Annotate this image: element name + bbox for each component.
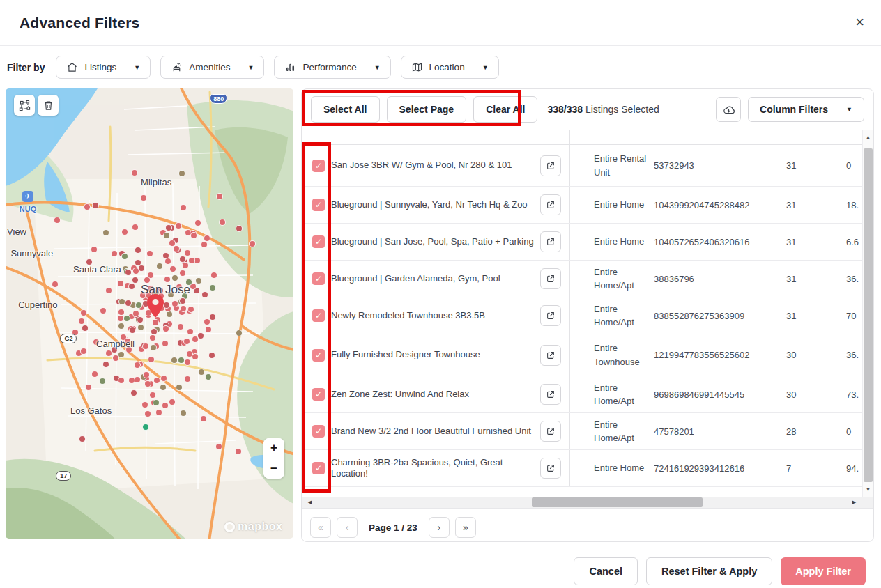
next-page-button[interactable]: ›	[429, 517, 450, 538]
listing-map-marker[interactable]	[84, 203, 91, 210]
apply-filter-button[interactable]: Apply Filter	[781, 557, 866, 585]
performance-filter-dropdown[interactable]: Performance ▼	[274, 56, 390, 79]
listing-map-marker[interactable]	[128, 283, 135, 290]
scroll-left-icon[interactable]: ◀	[305, 497, 315, 508]
external-link-button[interactable]	[540, 231, 561, 252]
export-button[interactable]	[716, 97, 741, 122]
listing-map-marker[interactable]	[130, 389, 137, 396]
listing-map-marker[interactable]	[180, 305, 187, 312]
listing-map-marker[interactable]	[111, 250, 118, 257]
listing-map-marker[interactable]	[178, 357, 185, 364]
listing-map-marker[interactable]	[149, 334, 156, 341]
listing-checkbox[interactable]: ✓	[312, 309, 325, 322]
prev-page-button[interactable]: ‹	[337, 517, 358, 538]
scroll-down-icon[interactable]: ▼	[863, 485, 873, 495]
listing-map-marker[interactable]	[171, 300, 178, 307]
zoom-in-button[interactable]: +	[263, 438, 284, 458]
listing-map-marker[interactable]	[137, 316, 144, 323]
listing-map-marker[interactable]	[162, 340, 169, 347]
reset-filter-apply-button[interactable]: Reset Filter & Apply	[646, 557, 772, 585]
listing-map-marker[interactable]	[100, 307, 107, 314]
listing-map-marker[interactable]	[198, 369, 205, 376]
listing-map-marker[interactable]	[131, 169, 138, 176]
polygon-select-button[interactable]	[14, 95, 35, 116]
listing-map-marker[interactable]	[118, 351, 125, 358]
map[interactable]: MilpitasNUQViewSunnyvaleSanta ClaraSan J…	[6, 88, 293, 539]
listing-map-marker[interactable]	[175, 222, 182, 229]
listing-map-marker[interactable]	[143, 371, 150, 378]
listing-map-marker[interactable]	[123, 315, 130, 322]
listing-checkbox[interactable]: ✓	[312, 272, 325, 285]
listing-map-marker[interactable]	[80, 309, 87, 316]
listing-map-marker[interactable]	[144, 380, 151, 387]
listing-map-marker[interactable]	[153, 377, 160, 384]
listing-map-marker[interactable]	[163, 232, 170, 239]
listing-map-marker[interactable]	[209, 284, 216, 291]
listing-map-marker[interactable]	[78, 318, 85, 325]
listing-checkbox[interactable]: ✓	[312, 160, 325, 172]
amenities-filter-dropdown[interactable]: Amenities ▼	[160, 56, 264, 79]
first-page-button[interactable]: «	[310, 517, 331, 538]
listing-map-marker[interactable]	[210, 272, 217, 279]
cancel-button[interactable]: Cancel	[574, 557, 638, 585]
listing-checkbox[interactable]: ✓	[312, 425, 325, 438]
select-page-button[interactable]: Select Page	[387, 96, 467, 123]
listing-map-marker[interactable]	[91, 246, 98, 253]
listing-map-marker[interactable]	[169, 399, 176, 405]
listing-map-marker[interactable]	[187, 328, 194, 335]
zoom-out-button[interactable]: −	[263, 458, 284, 479]
listing-map-marker[interactable]	[54, 217, 61, 224]
listing-map-marker[interactable]	[132, 277, 139, 284]
listing-map-marker[interactable]	[235, 448, 242, 455]
listing-map-marker[interactable]	[150, 344, 157, 351]
listing-map-marker[interactable]	[140, 194, 147, 201]
listing-map-marker[interactable]	[52, 281, 59, 288]
listing-map-marker[interactable]	[192, 353, 199, 360]
listing-map-marker[interactable]	[177, 323, 184, 330]
listing-map-marker[interactable]	[121, 229, 128, 235]
listing-map-marker[interactable]	[209, 314, 216, 320]
listing-map-marker[interactable]	[141, 401, 148, 408]
select-all-button[interactable]: Select All	[311, 96, 380, 123]
listing-checkbox[interactable]: ✓	[312, 462, 325, 474]
horizontal-scrollbar[interactable]: ◀ ▶	[302, 497, 873, 509]
external-link-button[interactable]	[540, 384, 561, 405]
external-link-button[interactable]	[540, 305, 561, 326]
listing-map-marker[interactable]	[149, 392, 156, 399]
external-link-button[interactable]	[540, 345, 561, 366]
listing-checkbox[interactable]: ✓	[312, 388, 325, 401]
listing-map-marker[interactable]	[152, 319, 159, 326]
listing-map-marker[interactable]	[184, 359, 191, 366]
delete-selection-button[interactable]	[38, 95, 59, 116]
vertical-scrollbar-thumb[interactable]	[864, 148, 873, 482]
listing-map-marker[interactable]	[187, 306, 194, 313]
external-link-button[interactable]	[540, 155, 561, 176]
listing-checkbox[interactable]: ✓	[312, 199, 325, 211]
listing-map-marker[interactable]	[201, 291, 208, 298]
listing-map-marker[interactable]	[205, 373, 212, 380]
listing-map-marker[interactable]	[162, 325, 169, 332]
listing-checkbox[interactable]: ✓	[312, 235, 325, 248]
close-icon[interactable]: ×	[855, 15, 864, 29]
listing-map-marker[interactable]	[215, 443, 222, 450]
listings-filter-dropdown[interactable]: Listings ▼	[56, 56, 151, 79]
listing-map-marker[interactable]	[190, 232, 197, 239]
map-pin-icon[interactable]	[146, 293, 164, 318]
listing-checkbox[interactable]: ✓	[312, 349, 325, 362]
listing-map-marker[interactable]	[91, 371, 98, 378]
external-link-button[interactable]	[540, 268, 561, 289]
last-page-button[interactable]: »	[455, 517, 476, 538]
scroll-up-icon[interactable]: ▲	[863, 132, 873, 142]
listing-map-marker[interactable]	[219, 219, 226, 226]
column-filters-button[interactable]: Column Filters ▼	[748, 97, 864, 122]
listing-map-marker[interactable]	[118, 377, 125, 384]
listing-map-marker[interactable]	[194, 219, 201, 226]
clear-all-button[interactable]: Clear All	[473, 96, 537, 123]
listing-map-marker[interactable]	[155, 409, 162, 416]
vertical-scrollbar[interactable]: ▲ ▼	[862, 130, 873, 497]
external-link-button[interactable]	[540, 194, 561, 215]
listing-map-marker[interactable]	[171, 274, 178, 281]
listing-map-marker[interactable]	[200, 415, 207, 422]
horizontal-scrollbar-thumb[interactable]	[532, 497, 703, 507]
listing-map-marker[interactable]	[148, 356, 155, 363]
